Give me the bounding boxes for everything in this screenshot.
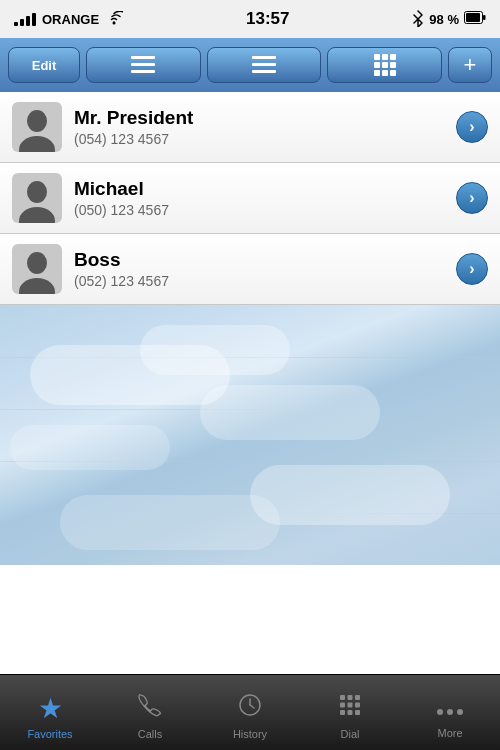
list-icon-2 xyxy=(252,56,276,74)
list-icon-1 xyxy=(131,56,155,74)
dial-icon xyxy=(337,692,363,725)
svg-rect-34 xyxy=(340,702,345,707)
status-left: ORANGE xyxy=(14,11,123,28)
avatar-1 xyxy=(12,173,62,223)
wifi-icon xyxy=(105,11,123,28)
contact-phone-0: (054) 123 4567 xyxy=(74,131,456,147)
contact-info-2: Boss (052) 123 4567 xyxy=(74,249,456,289)
contact-name-2: Boss xyxy=(74,249,456,271)
svg-rect-8 xyxy=(252,63,276,66)
status-time: 13:57 xyxy=(246,9,289,29)
svg-point-40 xyxy=(437,709,443,715)
list-view-button-2[interactable] xyxy=(207,47,322,83)
svg-rect-17 xyxy=(382,70,388,76)
svg-point-26 xyxy=(27,252,47,274)
tab-more[interactable]: More xyxy=(400,675,500,750)
contact-row-2[interactable]: Boss (052) 123 4567 › xyxy=(0,234,500,305)
svg-rect-37 xyxy=(340,710,345,715)
status-right: 98 % xyxy=(412,9,486,30)
bluetooth-icon xyxy=(412,9,424,30)
contact-info-1: Michael (050) 123 4567 xyxy=(74,178,456,218)
svg-rect-4 xyxy=(131,56,155,59)
more-icon xyxy=(437,693,463,724)
history-icon xyxy=(237,692,263,725)
tab-history-label: History xyxy=(233,728,267,740)
toolbar: Edit + xyxy=(0,38,500,92)
contact-info-0: Mr. President (054) 123 4567 xyxy=(74,107,456,147)
svg-rect-36 xyxy=(355,702,360,707)
tab-more-label: More xyxy=(437,727,462,739)
add-contact-button[interactable]: + xyxy=(448,47,492,83)
svg-line-30 xyxy=(250,705,254,708)
svg-rect-16 xyxy=(374,70,380,76)
svg-point-42 xyxy=(457,709,463,715)
svg-rect-3 xyxy=(483,15,486,20)
favorites-icon: ★ xyxy=(38,692,63,725)
svg-rect-35 xyxy=(348,702,353,707)
svg-rect-38 xyxy=(348,710,353,715)
contact-phone-1: (050) 123 4567 xyxy=(74,202,456,218)
svg-rect-7 xyxy=(252,56,276,59)
svg-rect-14 xyxy=(382,62,388,68)
contact-row-1[interactable]: Michael (050) 123 4567 › xyxy=(0,163,500,234)
svg-rect-2 xyxy=(466,13,480,22)
svg-rect-6 xyxy=(131,70,155,73)
battery-percentage: 98 % xyxy=(429,12,459,27)
sky-background xyxy=(0,305,500,565)
avatar-2 xyxy=(12,244,62,294)
tab-bar: ★ Favorites Calls History xyxy=(0,674,500,750)
operator-name: ORANGE xyxy=(42,12,99,27)
contact-name-1: Michael xyxy=(74,178,456,200)
contacts-list: Mr. President (054) 123 4567 › Michael (… xyxy=(0,92,500,305)
contact-detail-arrow-2[interactable]: › xyxy=(456,253,488,285)
avatar-0 xyxy=(12,102,62,152)
grid-view-button[interactable] xyxy=(327,47,442,83)
svg-point-20 xyxy=(27,110,47,132)
svg-rect-32 xyxy=(348,695,353,700)
svg-rect-5 xyxy=(131,63,155,66)
calls-icon xyxy=(137,692,163,725)
svg-rect-15 xyxy=(390,62,396,68)
tab-calls-label: Calls xyxy=(138,728,162,740)
contact-phone-2: (052) 123 4567 xyxy=(74,273,456,289)
status-bar: ORANGE 13:57 98 % xyxy=(0,0,500,38)
list-view-button-1[interactable] xyxy=(86,47,201,83)
svg-point-41 xyxy=(447,709,453,715)
svg-rect-39 xyxy=(355,710,360,715)
tab-dial[interactable]: Dial xyxy=(300,675,400,750)
contact-row-0[interactable]: Mr. President (054) 123 4567 › xyxy=(0,92,500,163)
tab-calls[interactable]: Calls xyxy=(100,675,200,750)
signal-icon xyxy=(14,12,36,26)
svg-point-23 xyxy=(27,181,47,203)
contact-detail-arrow-1[interactable]: › xyxy=(456,182,488,214)
svg-rect-31 xyxy=(340,695,345,700)
contact-detail-arrow-0[interactable]: › xyxy=(456,111,488,143)
svg-rect-13 xyxy=(374,62,380,68)
svg-rect-10 xyxy=(374,54,380,60)
tab-favorites-label: Favorites xyxy=(27,728,72,740)
tab-history[interactable]: History xyxy=(200,675,300,750)
contact-name-0: Mr. President xyxy=(74,107,456,129)
battery-icon xyxy=(464,11,486,27)
tab-favorites[interactable]: ★ Favorites xyxy=(0,675,100,750)
tab-dial-label: Dial xyxy=(341,728,360,740)
edit-button[interactable]: Edit xyxy=(8,47,80,83)
svg-rect-12 xyxy=(390,54,396,60)
svg-rect-9 xyxy=(252,70,276,73)
svg-rect-18 xyxy=(390,70,396,76)
svg-rect-33 xyxy=(355,695,360,700)
svg-point-0 xyxy=(113,21,116,24)
grid-icon xyxy=(374,54,396,76)
svg-rect-11 xyxy=(382,54,388,60)
